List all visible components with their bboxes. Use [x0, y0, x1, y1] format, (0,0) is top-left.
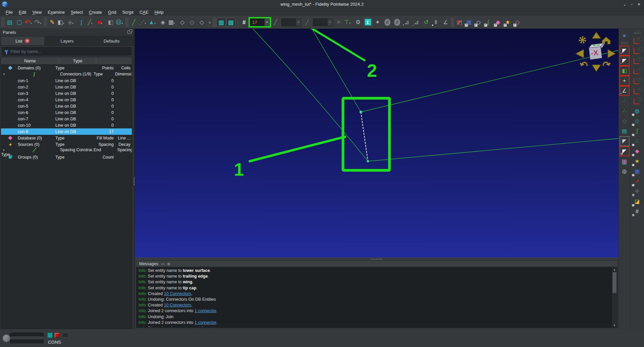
save-icon[interactable]: ▤ [5, 18, 14, 27]
menu-file[interactable]: File [3, 10, 16, 15]
messages-detach-icon[interactable]: ▭ [161, 262, 164, 266]
view-nav-cluster[interactable]: ↶ ↷ -X [575, 32, 616, 72]
dimension-icon[interactable]: # [239, 18, 249, 27]
dropdown-caret-icon[interactable]: ▾ [349, 22, 353, 27]
show-sources-rail-icon[interactable]: ★ [632, 156, 642, 166]
show-database-icon[interactable]: ◆ ✓ [493, 18, 502, 27]
tree-row[interactable]: con-7 Line on DB 0 [1, 116, 132, 122]
tree-row[interactable]: con-4 Line on DB 0 [1, 97, 132, 103]
orient-quad-icon[interactable]: ◇ [620, 116, 630, 126]
splitter-handle[interactable] [371, 258, 383, 260]
mask-toggle-icon[interactable]: ◩ [454, 18, 464, 27]
stack-grids-icon[interactable]: ▤ [620, 126, 630, 136]
toolbar-overflow-icon[interactable]: » [207, 20, 212, 25]
tree-row[interactable]: con-10 Line on DB 0 [1, 122, 132, 128]
menu-view[interactable]: View [29, 10, 45, 15]
dropdown-caret-icon[interactable]: ▾ [145, 22, 148, 27]
tree-row-name[interactable]: Groups (0) [13, 155, 55, 160]
line-segment-icon[interactable]: ╱ [129, 18, 138, 27]
show-grid-rail-icon[interactable]: ▦ [632, 166, 642, 176]
view-minus-y-icon[interactable]: -Y [632, 66, 642, 76]
tab-layers[interactable]: Layers [45, 36, 89, 45]
assemble-domains-icon[interactable]: ◈ [158, 18, 167, 27]
message-link[interactable]: 10 Connectors [164, 303, 191, 307]
dropdown-caret-icon[interactable]: ▾ [101, 22, 104, 27]
grid-solver-icon[interactable]: Σ [363, 18, 372, 27]
structured-grid-icon[interactable]: ▦ [217, 18, 226, 27]
mesh-view-icon[interactable]: ◈ ▾ [67, 18, 76, 27]
expand-arrow-icon[interactable]: ▾ [1, 72, 7, 76]
menu-cae[interactable]: CAE [137, 10, 152, 15]
show-connectors-icon[interactable]: ∫ ✓ [484, 18, 493, 27]
viewport-messages-splitter[interactable] [135, 257, 619, 261]
wing-wireframe[interactable] [251, 29, 619, 161]
tree-row[interactable]: con-5 Line on DB 0 [1, 103, 132, 109]
message-link[interactable]: 10 Connectors [164, 291, 191, 296]
show-blocks-icon[interactable]: ▦ ✓ [464, 18, 473, 27]
reentrant-icon[interactable]: ↺ [422, 18, 431, 27]
show-database-globe-icon[interactable]: ◍ [632, 106, 642, 116]
reparent-up-icon[interactable]: ∴ [620, 96, 630, 106]
scroll-up-icon[interactable]: ▲ [613, 268, 616, 272]
select-angle-icon[interactable]: ∠ ▪ [620, 86, 630, 96]
menu-select[interactable]: Select [68, 10, 86, 15]
dropdown-caret-icon[interactable]: ▾ [72, 22, 75, 27]
tree-row[interactable]: Groups (0) Type Count [1, 154, 132, 160]
view-minus-z-icon[interactable]: -Z [632, 86, 642, 96]
dropdown-caret-icon[interactable]: ▾ [40, 22, 43, 27]
show-domains-icon[interactable]: ◇ ✓ [474, 18, 483, 27]
create-line-icon[interactable]: ╱ ▾ [87, 18, 96, 27]
fill-visible-icon[interactable]: ◧ [620, 66, 630, 76]
view-plus-y-icon[interactable]: +Y [632, 56, 642, 66]
unstructured-domain-icon[interactable]: ◇ [178, 18, 187, 27]
show-database-rail-icon[interactable]: ◆ [632, 146, 642, 156]
derivative-2-icon[interactable]: ∂ [392, 18, 401, 27]
measure-angle-icon[interactable]: ∠ [441, 18, 450, 27]
measure-remove-icon[interactable]: ⊿ − [412, 18, 421, 27]
tree-row-name[interactable]: con-5 [13, 104, 55, 109]
tree-row-name[interactable]: con-7 [13, 117, 55, 121]
fan-orient-icon[interactable]: ✳ [334, 18, 343, 27]
scroll-thumb[interactable] [612, 272, 616, 293]
tree-row[interactable]: ▾ Connectors (1/9) Type Dimension [1, 71, 132, 77]
layer-palette-icon[interactable]: ▥ [620, 156, 630, 166]
expand-arrow-icon[interactable]: ▸ [1, 148, 7, 152]
tree-row-name[interactable]: Domains (0) [13, 66, 55, 70]
tab-defaults[interactable]: Defaults [90, 36, 133, 45]
tree-row[interactable]: Sources (0) Type Spacing Decay [1, 141, 132, 148]
show-connectors-rail-icon[interactable]: ∫ [632, 126, 642, 136]
structured-domain-icon[interactable]: ◇ [187, 18, 197, 27]
tree-row-name[interactable]: Database (0) [13, 136, 55, 140]
show-axes-icon[interactable]: ↗ [632, 176, 642, 186]
tree-header[interactable]: Name Type [1, 57, 132, 65]
project-points-icon[interactable]: ⚙ [354, 18, 363, 27]
dropdown-caret-icon[interactable]: ▾ [63, 22, 66, 27]
dropdown-caret-icon[interactable]: ▾ [31, 22, 34, 27]
tree-row-name[interactable]: Spacing Constrai... [55, 148, 94, 152]
tree-row-name[interactable]: con-2 [13, 85, 55, 90]
tree-row[interactable]: ▸ Spacing Constrai... End Spacing Type [1, 148, 132, 154]
tree-row-name[interactable]: con-3 [13, 91, 55, 96]
redo-icon[interactable]: ↷ ▾ [34, 18, 43, 27]
derivative-1-icon[interactable]: ∂ [383, 18, 392, 27]
hierarchy-icon[interactable]: ∴ [620, 106, 630, 116]
menu-examine[interactable]: Examine [45, 10, 68, 15]
message-link[interactable]: con-8 [193, 326, 204, 327]
zoom-search-icon[interactable]: ◎ [620, 166, 630, 176]
tree-row[interactable]: con-6 Line on DB 0 [1, 109, 132, 116]
select-adjacent-icon[interactable]: + [620, 76, 630, 86]
tree-header-type[interactable]: Type [59, 58, 96, 63]
tree-row[interactable]: con-8 Line on DB 17 [1, 128, 132, 135]
dimension-spinbox[interactable]: 17 ▼ [250, 18, 270, 26]
view-plus-z-icon[interactable]: +Z [632, 76, 642, 86]
dropdown-caret-icon[interactable]: ▾ [174, 22, 177, 27]
tree-header-name[interactable]: Name [1, 58, 59, 63]
dropdown-caret-icon[interactable]: ▾ [91, 22, 95, 27]
tree-row[interactable]: con-3 Line on DB 0 [1, 90, 132, 97]
distribution-icon[interactable]: ╱ [271, 18, 280, 27]
messages-close-icon[interactable]: ⊠ [167, 262, 170, 266]
assemble-blocks-icon[interactable]: ▦ ▾ [168, 18, 177, 27]
tree-row-name[interactable]: con-4 [13, 98, 55, 102]
split-view-icon[interactable]: ◧ [106, 18, 115, 27]
break-point-spinbox[interactable]: ▼ [313, 18, 333, 26]
